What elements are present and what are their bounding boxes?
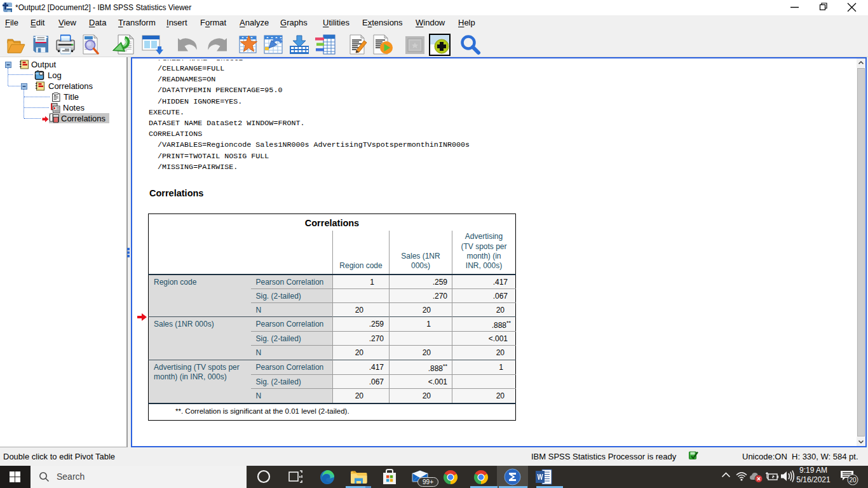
- svg-text:20: 20: [849, 477, 857, 484]
